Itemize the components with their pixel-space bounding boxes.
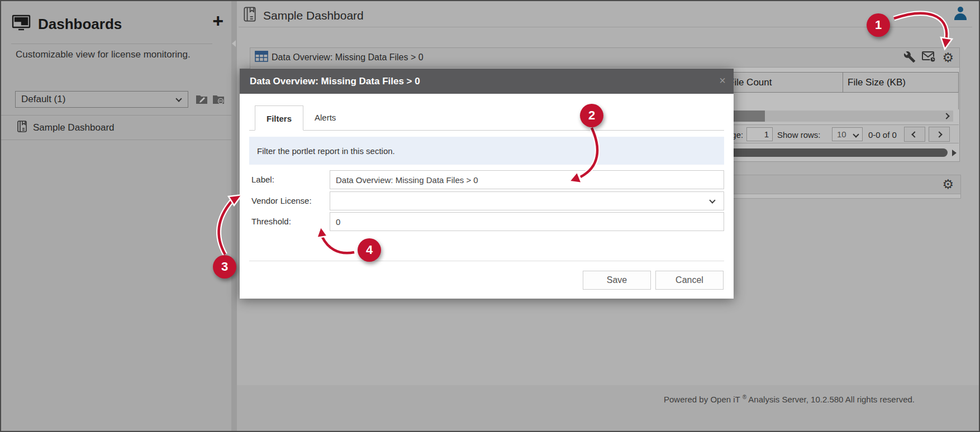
form-row-vendor-license: Vendor License: <box>251 191 724 211</box>
label-input[interactable] <box>330 170 724 189</box>
app-window: Dashboards + Customizable view for licen… <box>0 0 980 432</box>
tab-alerts[interactable]: Alerts <box>303 105 347 130</box>
portlet-settings-modal: Data Overview: Missing Data Files > 0 × … <box>240 69 734 299</box>
divider <box>249 261 724 261</box>
tab-filters[interactable]: Filters <box>255 105 303 131</box>
vendor-license-select[interactable] <box>330 191 724 210</box>
chevron-down-icon <box>709 197 715 203</box>
cancel-button[interactable]: Cancel <box>655 271 724 290</box>
modal-info-banner: Filter the portlet report in this sectio… <box>249 137 724 165</box>
modal-titlebar: Data Overview: Missing Data Files > 0 × <box>240 69 734 94</box>
threshold-input[interactable] <box>330 212 724 231</box>
save-button[interactable]: Save <box>583 271 651 290</box>
modal-tabbar: Filters Alerts <box>249 105 724 131</box>
modal-title: Data Overview: Missing Data Files > 0 <box>250 76 420 87</box>
threshold-field-label: Threshold: <box>251 217 291 226</box>
close-icon[interactable]: × <box>719 75 726 86</box>
form-row-threshold: Threshold: <box>251 212 724 232</box>
label-field-label: Label: <box>251 175 274 184</box>
form-row-label: Label: <box>251 170 724 190</box>
vendor-license-field-label: Vendor License: <box>251 196 312 205</box>
